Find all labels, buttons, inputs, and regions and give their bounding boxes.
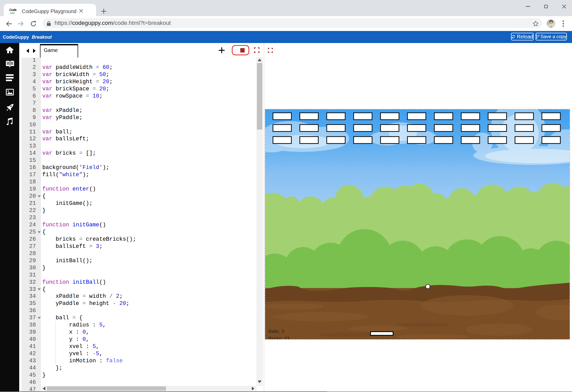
- svg-text:Code: Code: [9, 8, 17, 12]
- svg-text:Balls: 3: Balls: 3: [268, 329, 284, 334]
- svg-text:Bricks: 33: Bricks: 33: [268, 336, 289, 340]
- svg-text:GUPPY: GUPPY: [10, 12, 15, 14]
